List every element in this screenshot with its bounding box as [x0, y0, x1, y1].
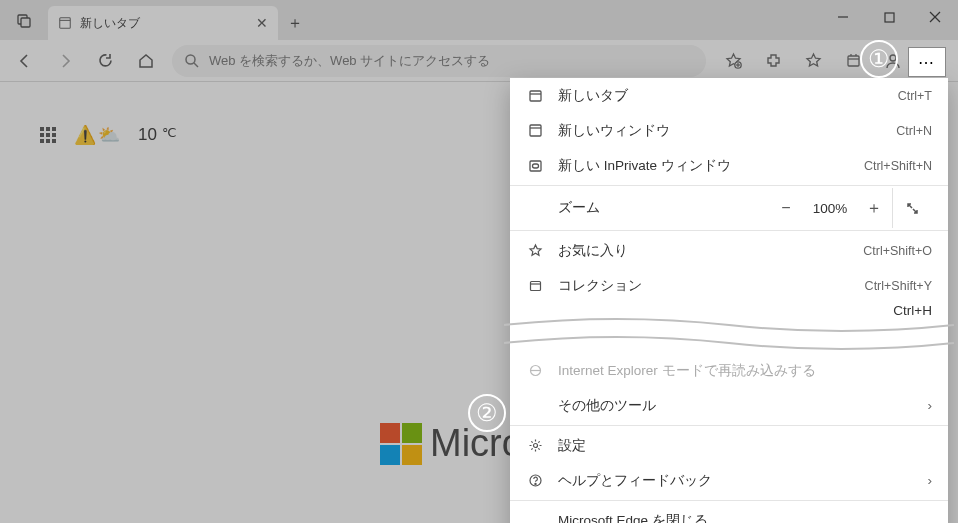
- svg-rect-24: [530, 282, 540, 291]
- new-tab-icon: [526, 88, 544, 103]
- fullscreen-button[interactable]: [892, 188, 932, 228]
- menu-new-inprivate[interactable]: 新しい InPrivate ウィンドウ Ctrl+Shift+N: [510, 148, 948, 183]
- menu-help[interactable]: ヘルプとフィードバック ›: [510, 463, 948, 498]
- new-window-icon: [526, 123, 544, 138]
- menu-new-window[interactable]: 新しいウィンドウ Ctrl+N: [510, 113, 948, 148]
- menu-favorites[interactable]: お気に入り Ctrl+Shift+O: [510, 233, 948, 268]
- star-icon: [526, 243, 544, 258]
- svg-rect-22: [530, 161, 541, 171]
- svg-point-27: [533, 444, 537, 448]
- more-button-active[interactable]: ⋯: [908, 47, 946, 77]
- ie-icon: [526, 363, 544, 378]
- svg-rect-20: [530, 125, 541, 136]
- menu-other-tools[interactable]: その他のツール ›: [510, 388, 948, 423]
- zoom-out-button[interactable]: −: [768, 199, 804, 217]
- svg-point-29: [534, 483, 535, 484]
- menu-close-edge[interactable]: Microsoft Edge を閉じる: [510, 503, 948, 523]
- gear-icon: [526, 438, 544, 453]
- menu-zoom: ズーム − 100% ＋: [510, 188, 948, 228]
- menu-truncation: [510, 317, 948, 353]
- truncated-shortcut: Ctrl+H: [893, 303, 932, 318]
- annotation-badge-1: ①: [860, 40, 898, 78]
- annotation-badge-2: ②: [468, 394, 506, 432]
- menu-ie-mode: Internet Explorer モードで再読み込みする: [510, 353, 948, 388]
- svg-rect-18: [530, 91, 541, 101]
- menu-collections[interactable]: コレクション Ctrl+Shift+Y: [510, 268, 948, 303]
- help-icon: [526, 473, 544, 488]
- inprivate-icon: [526, 158, 544, 173]
- menu-new-tab[interactable]: 新しいタブ Ctrl+T: [510, 78, 948, 113]
- zoom-level: 100%: [804, 201, 856, 216]
- zoom-in-button[interactable]: ＋: [856, 198, 892, 219]
- svg-rect-23: [532, 164, 538, 168]
- settings-menu: 新しいタブ Ctrl+T 新しいウィンドウ Ctrl+N 新しい InPriva…: [510, 78, 948, 523]
- collections-menu-icon: [526, 278, 544, 293]
- chevron-right-icon: ›: [928, 473, 933, 488]
- chevron-right-icon: ›: [928, 398, 933, 413]
- menu-settings[interactable]: 設定: [510, 428, 948, 463]
